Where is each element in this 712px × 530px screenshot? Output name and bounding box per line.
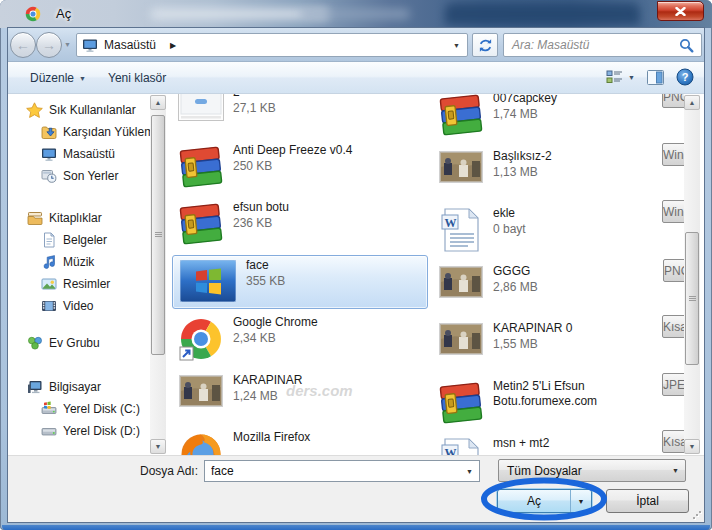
file-name: GGGG xyxy=(493,264,538,279)
file-item[interactable]: KARAPINAR 0PNG resmi1,55 MB xyxy=(432,318,684,372)
title-bar[interactable]: Aç xyxy=(0,0,712,28)
search-box[interactable]: Ara: Masaüstü xyxy=(503,33,702,57)
sidebar-item[interactable]: Video xyxy=(8,295,150,317)
navigation-bar: ← → ▼ Masaüstü ▶ ▼ Ara: Masaüstü xyxy=(8,28,704,62)
pictures-icon xyxy=(40,276,57,292)
organize-button[interactable]: Düzenle ▼ xyxy=(30,68,86,88)
filetype-dropdown-icon: ▼ xyxy=(666,463,685,479)
open-dropdown-icon[interactable]: ▼ xyxy=(570,490,591,512)
sidebar-item-label: Belgeler xyxy=(63,233,107,247)
address-dropdown-icon[interactable]: ▼ xyxy=(453,42,460,49)
address-bar[interactable]: Masaüstü ▶ ▼ xyxy=(76,33,468,57)
sidebar-group-3[interactable]: Ev Grubu xyxy=(8,332,150,354)
new-folder-button[interactable]: Yeni klasör xyxy=(108,68,166,88)
sidebar-item[interactable]: Müzik xyxy=(8,251,150,273)
chrome-favicon-icon xyxy=(25,6,41,22)
sidebar-scrollbar[interactable]: ▲ ▼ xyxy=(150,95,166,454)
libraries-icon xyxy=(26,210,43,226)
file-item[interactable]: facePNG resmi355 KB xyxy=(172,255,428,309)
sidebar-item[interactable]: Masaüstü xyxy=(8,143,150,165)
file-item[interactable]: WekleMicrosoft Office Word Belgesi0 bayt xyxy=(432,203,684,257)
breadcrumb-expand-icon[interactable]: ▶ xyxy=(170,41,176,50)
sidebar-item[interactable]: Belgeler xyxy=(8,229,150,251)
file-name: Mozilla Firefox xyxy=(233,430,310,445)
file-item[interactable]: Başlıksız-2JPEG resmi1,13 MB xyxy=(432,146,684,200)
search-icon[interactable] xyxy=(679,38,694,53)
sidebar-item-label: Yerel Disk (C:) xyxy=(63,402,140,416)
history-dropdown-icon[interactable]: ▼ xyxy=(64,41,71,48)
background-window-blur xyxy=(300,9,410,19)
file-name: Anti Deep Freeze v0.4 xyxy=(233,143,352,158)
file-item[interactable]: Metin2 5'Li Efsun Botu.forumexe.comWinRA… xyxy=(432,376,684,430)
file-name: msn + mt2 xyxy=(493,436,549,451)
sidebar-item-label: Masaüstü xyxy=(63,147,115,161)
word-document-icon: W xyxy=(438,205,484,257)
refresh-button[interactable] xyxy=(472,33,498,57)
sidebar-item[interactable]: Son Yerler xyxy=(8,165,150,187)
sidebar-group-1[interactable]: Sık Kullanılanlar xyxy=(8,99,150,121)
sidebar-group-4[interactable]: Bilgisayar xyxy=(8,376,150,398)
help-button[interactable]: ? xyxy=(676,68,694,86)
sidebar-item[interactable]: Karşıdan Yüklem xyxy=(8,121,150,143)
file-item[interactable]: GGGGPNG resmi2,86 MB xyxy=(432,261,684,315)
file-list-scrollbar[interactable]: ▲ ▼ xyxy=(684,95,700,454)
resize-grip[interactable] xyxy=(692,510,702,520)
cancel-button[interactable]: İptal xyxy=(606,489,689,513)
disk-windows-icon xyxy=(40,401,57,417)
new-folder-label: Yeni klasör xyxy=(108,71,166,85)
back-button[interactable]: ← xyxy=(10,32,36,58)
sidebar-item-label: Karşıdan Yüklem xyxy=(63,125,150,139)
filetype-dropdown[interactable]: Tüm Dosyalar ▼ xyxy=(498,459,686,482)
scroll-down-icon: ▼ xyxy=(689,443,696,450)
search-placeholder: Ara: Masaüstü xyxy=(512,38,679,52)
views-button[interactable]: ▼ xyxy=(606,70,635,84)
sidebar-item[interactable]: Resimler xyxy=(8,273,150,295)
sidebar-item[interactable]: Yerel Disk (D:) xyxy=(8,420,150,442)
sidebar-item-label: Resimler xyxy=(63,277,110,291)
music-icon xyxy=(40,254,57,270)
scroll-down-button[interactable]: ▼ xyxy=(684,439,700,454)
winrar-archive-icon xyxy=(178,199,224,251)
filename-dropdown-icon[interactable]: ▼ xyxy=(460,468,479,475)
scroll-up-button[interactable]: ▲ xyxy=(150,95,166,110)
scroll-up-button[interactable]: ▲ xyxy=(684,95,700,110)
scroll-down-icon: ▼ xyxy=(155,443,162,450)
file-item[interactable]: 2PNG resmi27,1 KB xyxy=(172,94,428,136)
file-size: 236 KB xyxy=(233,215,289,231)
windows-photo-thumbnail-icon xyxy=(179,257,237,308)
file-size: 250 KB xyxy=(233,158,352,174)
breadcrumb-item[interactable]: Masaüstü xyxy=(104,38,156,52)
svg-text:?: ? xyxy=(682,71,689,83)
file-name: face xyxy=(246,258,285,273)
file-item[interactable]: Anti Deep Freeze v0.4WinRAR archive250 K… xyxy=(172,140,428,194)
filename-combobox[interactable]: ▼ xyxy=(204,460,480,482)
scroll-up-icon: ▲ xyxy=(155,99,162,106)
open-button[interactable]: Aç ▼ xyxy=(497,489,592,513)
file-item[interactable]: Mozilla FirefoxKısayol xyxy=(172,427,428,455)
filename-input[interactable] xyxy=(205,464,460,478)
forward-button[interactable]: → xyxy=(36,32,62,58)
preview-pane-button[interactable] xyxy=(647,70,664,85)
photo-thumbnail-icon xyxy=(438,263,484,315)
close-button[interactable] xyxy=(657,1,704,21)
scroll-down-button[interactable]: ▼ xyxy=(150,439,166,454)
file-size: 0 bayt xyxy=(493,221,526,237)
file-item[interactable]: Wmsn + mt2Microsoft Office Word Belgesi xyxy=(432,433,684,455)
file-item[interactable]: KARAPINARJPEG resmi1,24 MB xyxy=(172,370,428,424)
refresh-icon xyxy=(478,38,493,53)
file-item[interactable]: efsun botuWinRAR archive236 KB xyxy=(172,197,428,251)
preview-pane-icon xyxy=(647,70,664,85)
scrollbar-thumb[interactable] xyxy=(151,115,165,355)
scrollbar-thumb[interactable] xyxy=(685,232,699,365)
sidebar-group-2[interactable]: Kitaplıklar xyxy=(8,207,150,229)
filetype-value: Tüm Dosyalar xyxy=(499,463,666,479)
photo-thumbnail-icon xyxy=(178,372,224,424)
file-item[interactable]: 007capckeyWinRAR ZIP archive1,74 MB xyxy=(432,94,684,142)
homegroup-icon xyxy=(26,335,43,351)
file-item[interactable]: Google ChromeKısayol2,34 KB xyxy=(172,312,428,366)
desktop-icon xyxy=(40,146,57,162)
sidebar-group-label: Bilgisayar xyxy=(49,380,101,394)
views-caret-icon: ▼ xyxy=(628,74,635,81)
downloads-folder-icon xyxy=(40,124,57,140)
sidebar-item[interactable]: Yerel Disk (C:) xyxy=(8,398,150,420)
